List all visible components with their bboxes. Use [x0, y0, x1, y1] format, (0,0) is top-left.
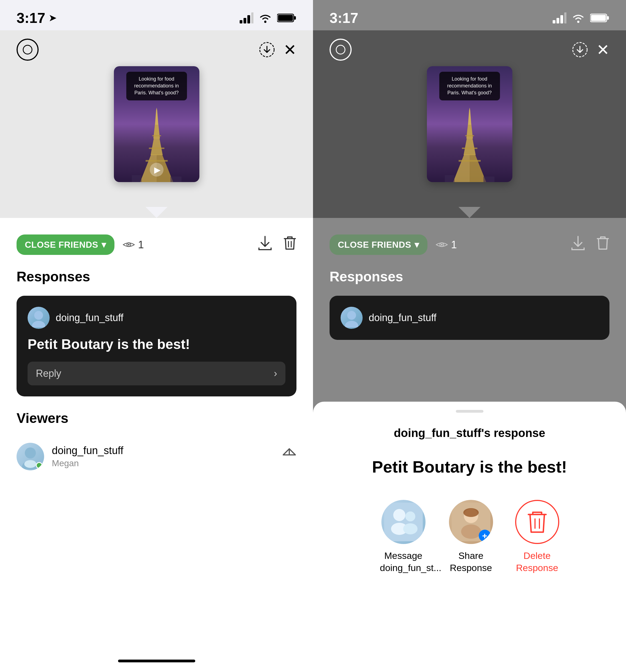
friends-right-right — [571, 235, 609, 254]
avatar-person-left — [29, 308, 48, 328]
send-btn-left[interactable] — [282, 448, 297, 465]
response-card-right-partial: doing_fun_stuff — [329, 296, 609, 340]
viewers-section-left: Viewers doing_fun_stuff Mega — [17, 410, 297, 476]
story-card-right[interactable]: Looking for food recommendations in Pari… — [427, 66, 512, 182]
download-icon-right — [572, 41, 588, 58]
svg-rect-27 — [560, 15, 563, 23]
profile-circle-btn-right[interactable] — [329, 39, 352, 61]
responses-title-right: Responses — [329, 269, 609, 285]
svg-point-52 — [463, 508, 479, 517]
trash-icon-left — [283, 235, 297, 251]
profile-circle-btn-left[interactable] — [17, 39, 39, 61]
delete-circle — [515, 500, 559, 544]
bottom-chevron-left — [146, 207, 168, 218]
story-question-card-right: Looking for food recommendations in Pari… — [439, 72, 500, 100]
svg-rect-44 — [384, 503, 423, 541]
avatar-person-right — [342, 308, 361, 328]
message-avatar — [381, 500, 426, 544]
eiffel-tower-right — [445, 105, 495, 182]
viewer-left-left: doing_fun_stuff Megan — [17, 443, 123, 470]
story-question-text-right: Looking for food recommendations in Pari… — [447, 76, 492, 95]
sheet-response-text: Petit Boutary is the best! — [329, 456, 609, 478]
chevron-icon-right: ▾ — [415, 239, 419, 250]
response-user-row-left: doing_fun_stuff — [28, 307, 285, 329]
response-text-left: Petit Boutary is the best! — [28, 335, 285, 353]
delete-action-left[interactable] — [283, 235, 297, 254]
download-btn-right[interactable] — [572, 41, 588, 58]
story-card-left[interactable]: Looking for food recommendations in Pari… — [114, 66, 199, 182]
svg-rect-14 — [170, 176, 181, 182]
svg-rect-39 — [483, 176, 495, 182]
story-question-card-left: Looking for food recommendations in Pari… — [126, 72, 187, 100]
location-icon-left: ➤ — [49, 12, 57, 24]
svg-point-45 — [393, 509, 405, 521]
home-bar-right — [431, 657, 508, 659]
svg-rect-12 — [152, 135, 161, 136]
eye-count-left: 1 — [123, 239, 144, 251]
top-right-actions-right: ✕ — [572, 41, 609, 59]
trash-icon-sheet — [526, 509, 548, 534]
svg-point-41 — [441, 244, 443, 245]
status-icons-right — [553, 13, 609, 23]
close-friends-badge-left[interactable]: CLOSE FRIENDS ▾ — [17, 235, 115, 255]
svg-rect-2 — [247, 15, 250, 23]
viewers-title-left: Viewers — [17, 410, 297, 426]
top-actions-left: ✕ — [0, 39, 313, 61]
close-btn-left[interactable]: ✕ — [283, 41, 297, 59]
battery-icon-right — [590, 13, 609, 23]
svg-point-42 — [347, 311, 356, 320]
home-indicator-left — [0, 650, 313, 672]
svg-rect-35 — [459, 160, 481, 162]
home-bar-left — [118, 659, 195, 662]
trash-icon-right — [596, 235, 609, 251]
bottom-sheet: doing_fun_stuff's response Petit Boutary… — [313, 402, 626, 672]
svg-point-51 — [461, 524, 481, 539]
friends-right-left — [258, 235, 297, 254]
download-btn-left[interactable] — [259, 41, 275, 58]
svg-rect-32 — [591, 15, 606, 21]
svg-rect-3 — [251, 13, 253, 23]
svg-point-33 — [336, 45, 345, 54]
download-icon2-left — [258, 235, 272, 251]
viewer-name-left: Megan — [52, 458, 123, 469]
download-action-left[interactable] — [258, 235, 272, 254]
reply-row-left[interactable]: Reply › — [28, 362, 285, 385]
reply-chevron-left: › — [274, 368, 277, 379]
friends-left-left: CLOSE FRIENDS ▾ 1 — [17, 235, 144, 255]
svg-rect-31 — [607, 16, 609, 20]
download-action-right[interactable] — [571, 235, 585, 254]
status-bar-left: 3:17 ➤ — [0, 0, 313, 30]
svg-rect-11 — [149, 148, 165, 149]
svg-point-20 — [32, 321, 45, 328]
svg-point-21 — [25, 448, 36, 458]
svg-point-19 — [34, 311, 43, 320]
message-label: Messagedoing_fun_st... — [380, 550, 427, 574]
signal-icon-right — [553, 13, 567, 23]
svg-rect-28 — [564, 13, 567, 23]
sheet-handle — [456, 410, 483, 413]
top-right-actions-left: ✕ — [259, 41, 297, 59]
response-avatar-left — [28, 307, 50, 329]
left-panel: 3:17 ➤ — [0, 0, 313, 672]
close-friends-badge-right[interactable]: CLOSE FRIENDS ▾ — [329, 235, 427, 255]
home-indicator-right — [313, 647, 626, 669]
eye-icon-left — [123, 241, 135, 249]
play-btn-left[interactable]: ▶ — [150, 163, 164, 176]
delete-action-right[interactable] — [596, 235, 609, 254]
svg-point-23 — [24, 460, 36, 468]
story-image-left: Looking for food recommendations in Pari… — [114, 66, 199, 182]
status-time-left: 3:17 — [17, 10, 45, 26]
viewer-username-left: doing_fun_stuff — [52, 445, 123, 457]
delete-action[interactable]: DeleteResponse — [515, 500, 559, 574]
share-label: ShareResponse — [450, 550, 492, 574]
response-avatar-right — [341, 307, 362, 329]
response-card-left[interactable]: doing_fun_stuff Petit Boutary is the bes… — [17, 296, 297, 397]
top-actions-right: ✕ — [313, 39, 626, 61]
signal-icon-left — [240, 13, 253, 23]
circle-icon-left — [22, 44, 33, 55]
share-action[interactable]: + ShareResponse — [449, 500, 493, 574]
response-username-right: doing_fun_stuff — [369, 312, 436, 323]
close-btn-right[interactable]: ✕ — [597, 41, 609, 59]
message-action[interactable]: Messagedoing_fun_st... — [380, 500, 427, 574]
circle-icon-right — [335, 44, 346, 55]
